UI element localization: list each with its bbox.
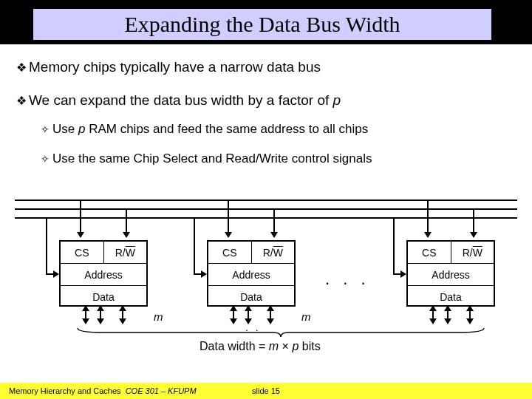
data-width-caption: Data width = m × p bits [200,340,321,353]
chip-cs-label: CS [61,242,104,263]
chip-rw-label: R/W [252,242,295,263]
chip-addr-label: Address [61,264,146,286]
wire-rw-1 [126,208,127,236]
wire-addr-3h [393,273,405,275]
m-label-2: m [301,310,311,323]
diamond-icon: ❖ [16,61,27,74]
wire-rw-3 [473,208,474,236]
wire-addr-3v [393,217,395,273]
diamond-icon: ❖ [16,95,27,107]
chip-p: CS R/W Address Data [406,240,495,307]
wire-data-1b-up [100,307,101,307]
footer-left: Memory Hierarchy and Caches [9,386,121,395]
wire-data-1a-up [85,307,86,307]
wire-addr-1h [46,273,58,275]
footer: Memory Hierarchy and Caches COE 301 – KF… [0,383,532,399]
wire-addr-1v [46,217,47,273]
subbullet-2: ✧Use the same Chip Select and Read/Write… [41,151,372,166]
bus-line-rw [15,208,517,210]
subbullet-1: ✧Use p RAM chips and feed the same addre… [41,122,368,137]
diagram: CS R/W Address Data m CS R/W Address Dat… [15,200,517,362]
wire-data-2c-up [270,307,271,307]
star-icon: ✧ [41,123,50,135]
chip-cs-label: CS [408,242,451,263]
wire-cs-2 [228,200,229,236]
wire-data-3a-up [432,307,434,307]
wire-cs-3 [427,200,429,236]
slide-title: Expanding the Data Bus Width [33,9,491,40]
slide-number: slide 15 [252,386,280,395]
footer-course: COE 301 – KFUPM [126,386,197,395]
bullet-1: ❖Memory chips typically have a narrow da… [16,59,321,75]
wire-data-2a-up [233,307,234,307]
wire-data-3c-up [469,307,471,307]
chip-1: CS R/W Address Data [59,240,148,307]
chip-addr-label: Address [408,264,494,286]
wire-rw-2 [273,208,275,236]
wire-data-2b-up [248,307,249,307]
wire-addr-2h [194,273,205,275]
chip-cs-label: CS [208,242,252,263]
chip-2: CS R/W Address Data [207,240,296,307]
ellipsis-chips: . . . [325,270,370,289]
wire-data-1c-up [122,307,123,307]
brace-icon [74,327,488,338]
wire-addr-2v [194,217,195,273]
wire-data-3b-up [447,307,449,307]
wire-cs-1 [80,200,81,236]
star-icon: ✧ [41,153,50,165]
bus-line-cs [15,200,517,201]
chip-rw-label: R/W [104,242,147,263]
chip-rw-label: R/W [451,242,494,263]
bus-line-addr [15,217,517,219]
m-label-1: m [154,310,163,323]
bullet-2: ❖We can expand the data bus width by a f… [16,92,341,109]
chip-addr-label: Address [208,264,294,286]
